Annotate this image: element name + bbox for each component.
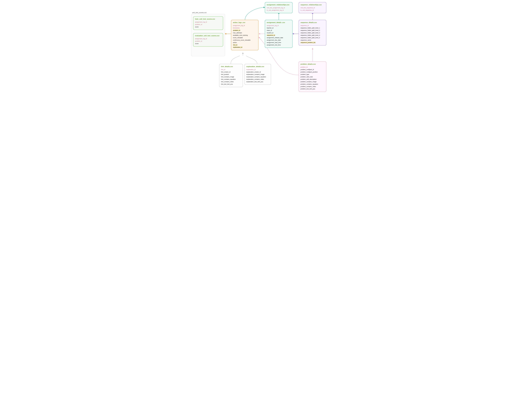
action-logs-box: action_logs .csv assignment_log_idtimest… [231,20,259,50]
field: score_viewable [233,36,257,39]
field: assignment_release_date [267,36,291,39]
box-fields: problem_idproblem_multipart_idproblem_mu… [300,66,324,90]
box-title: action_logs .csv [233,22,257,23]
field: hint_contains_video [221,81,241,83]
field: hint_text_bert_pca [221,83,241,85]
field: in_unit_assignment_log_id [267,9,291,12]
field: max_attempts [233,32,257,34]
box-fields: assignment_log_idproblem_idscore [195,21,221,28]
train-unit-test-scores-box: train_unit_test_scores.csv assignment_lo… [193,16,223,30]
field: problem_multipart_id [300,68,324,71]
box-title: sequence_relationships.csv [300,4,324,6]
field: hint_contains_image [221,76,241,78]
field: assignment_log_id [195,21,221,23]
field: problem_skill_description [300,78,324,81]
field: hint_contains_equation [221,78,241,81]
field: unit_test_assignment_log_id [267,7,291,9]
field: explanation_contains_image [246,73,269,76]
field: sequence_name [300,39,324,41]
field: in_unit_sequence_id [300,9,324,12]
assignment-details-box: assignment_details .csv assignment_log_i… [265,20,292,48]
field: problem_text_bert_pca [300,88,324,90]
field: explanation_id [233,46,257,48]
field: hint_id [233,44,257,46]
assignment-relationships-box: assignment_relationships.csv unit_test_a… [265,2,292,13]
box-fields: unit_test_sequence_idin_unit_sequence_id [300,7,324,12]
field: sequence_problem_ids [300,41,324,44]
box-title: problem_details.csv [300,63,324,65]
box-fields: sequence_idsequence_folder_path_level_1s… [300,24,324,44]
field: sequence_id [300,24,324,27]
field: sequence_folder_path_level_2 [300,29,324,32]
field: problem_id [233,29,257,32]
field: problem_id [195,40,221,42]
box-title: sequence_details.csv [300,22,324,23]
unit-test-scores-container: train_unit_test_scores.csv assignment_lo… [191,14,225,56]
diagram-canvas: unit_test_scores.csv train_unit_test_sco… [189,0,339,102]
field: problem_multipart_position [300,71,324,73]
field: timestamp [233,27,257,29]
container-label: unit_test_scores.csv [192,12,206,13]
box-fields: assignment_log_idteacher_idclass_idstude… [267,24,291,46]
box-fields: assignment_log_idproblem_idscore [195,38,221,45]
field: score [195,42,221,45]
field: teacher_id [267,27,291,29]
box-title: assignment_relationships.csv [267,4,291,6]
field: problem_id [195,23,221,26]
field: problem_contains_image [300,81,324,83]
field: explanation_contains_equation [246,76,269,78]
explanation-details-box: explanation_details.csv explanation_idex… [244,64,271,85]
field: problem_id [300,66,324,68]
box-fields: unit_test_assignment_log_idin_unit_assig… [267,7,291,12]
field: explanation_id [246,68,269,71]
field: score [195,26,221,28]
field: assignment_end_time [267,44,291,46]
field: continuous_score_viewable [233,39,257,41]
field: assignment_start_time [267,41,291,44]
box-fields: explanation_idexplanation_creator_idexpl… [246,68,269,83]
field: assignment_log_id [233,24,257,27]
field: assignment_due_date [267,39,291,41]
field: sequence_folder_path_level_5 [300,36,324,39]
field: sequence_id [267,34,291,36]
field: hint_id [221,68,241,71]
field: hint_position [221,73,241,76]
box-fields: assignment_log_idtimestampproblem_idmax_… [233,24,257,48]
sequence-details-box: sequence_details.csv sequence_idsequence… [299,20,326,46]
field: sequence_folder_path_level_1 [300,27,324,29]
field: hint_creator_id [221,71,241,73]
field: unit_test_sequence_id [300,7,324,9]
field: available_core_tutoring [233,34,257,36]
field: problem_contains_equation [300,83,324,85]
field: sequence_folder_path_level_3 [300,32,324,34]
box-title: hint_details.csv [221,66,241,67]
field: problem_type [300,73,324,76]
field: action [233,41,257,44]
field: assignment_log_id [195,38,221,40]
field: explanation_text_bert_pca [246,81,269,83]
box-title: evaluation_unit_test_scores.csv [195,35,221,36]
field: class_id [267,29,291,32]
field: student_id [267,32,291,34]
field: explanation_creator_id [246,71,269,73]
evaluation-unit-test-scores-box: evaluation_unit_test_scores.csv assignme… [193,33,223,47]
box-title: train_unit_test_scores.csv [195,18,221,20]
field: explanation_contains_video [246,78,269,81]
box-title: explanation_details.csv [246,66,269,67]
hint-details-box: hint_details.csv hint_idhint_creator_idh… [219,64,243,87]
box-fields: hint_idhint_creator_idhint_positionhint_… [221,68,241,85]
field: assignment_log_id [267,24,291,27]
problem-details-box: problem_details.csv problem_idproblem_mu… [299,61,326,92]
field: problem_skill_code [300,76,324,78]
box-title: assignment_details .csv [267,22,291,23]
field: problem_contains_video [300,85,324,88]
field: sequence_folder_path_level_4 [300,34,324,36]
sequence-relationships-box: sequence_relationships.csv unit_test_seq… [299,2,326,13]
